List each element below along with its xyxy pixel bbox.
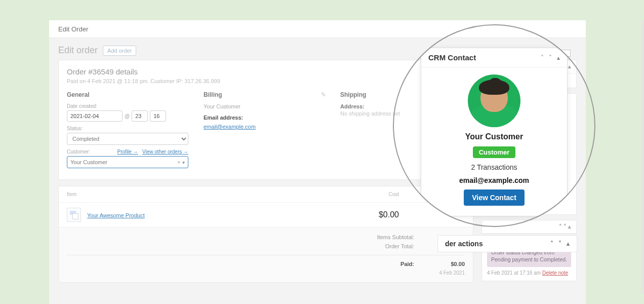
order-title: Order #36549 details: [67, 67, 465, 76]
customer-select-value: Your Customer: [70, 159, 107, 165]
chevron-up-icon[interactable]: ˄: [541, 54, 544, 61]
scrollbar[interactable]: [641, 20, 644, 294]
add-order-button[interactable]: Add order: [103, 46, 136, 56]
customer-select[interactable]: Your Customer ×▾: [67, 156, 188, 168]
col-cost: Cost: [364, 192, 399, 197]
product-thumbnail[interactable]: [67, 208, 81, 222]
edit-billing-icon[interactable]: ✎: [321, 91, 326, 98]
billing-email-link[interactable]: email@example.com: [204, 124, 256, 130]
chevron-down-icon[interactable]: ▾: [182, 160, 185, 165]
view-contact-button[interactable]: View Contact: [464, 189, 525, 206]
minute-input[interactable]: [150, 110, 166, 122]
chevron-down-icon[interactable]: ˅: [549, 54, 552, 61]
customer-label: Customer:: [67, 149, 90, 155]
delete-note-link[interactable]: Delete note: [542, 270, 568, 276]
general-heading: General: [67, 91, 191, 98]
col-item: Item: [67, 192, 364, 197]
note-timestamp: 4 Feb 2021 at 17:16 am: [487, 270, 541, 276]
at-symbol: @: [125, 113, 130, 119]
billing-name: Your Customer: [204, 103, 328, 109]
order-actions-title: der actions: [445, 240, 483, 248]
paid-label: Paid:: [364, 261, 414, 267]
status-label: Status:: [67, 126, 191, 131]
billing-email-label: Email address:: [204, 115, 328, 121]
status-select[interactable]: Completed: [67, 133, 188, 145]
collapse-icon[interactable]: ▴: [557, 54, 560, 61]
items-subtotal-label: Items Subtotal:: [364, 234, 414, 240]
date-input[interactable]: [67, 110, 123, 122]
view-other-orders-link[interactable]: View other orders →: [142, 149, 188, 155]
crm-contact-panel: CRM Contact ˄ ˅ ▴ Your Customer Customer…: [421, 48, 568, 216]
chevron-up-icon[interactable]: ˄: [550, 240, 553, 247]
hour-input[interactable]: [132, 110, 148, 122]
order-total-label: Order Total:: [364, 243, 414, 249]
order-actions-header[interactable]: der actions ˄ ˅ ▴: [437, 235, 577, 252]
table-row: Your Awesome Product $0.00: [59, 203, 473, 227]
chevron-down-icon[interactable]: ˅: [558, 240, 561, 247]
billing-heading: Billing: [204, 91, 328, 98]
crm-panel-title: CRM Contact: [428, 53, 476, 62]
date-created-label: Date created:: [67, 103, 191, 109]
clear-icon[interactable]: ×: [177, 160, 180, 165]
status-badge: Customer: [473, 146, 516, 158]
breadcrumb: Edit Order: [58, 25, 88, 33]
collapse-icon[interactable]: ▴: [567, 240, 570, 247]
profile-link[interactable]: Profile →: [117, 149, 138, 155]
paid-date: 4 Feb 2021: [434, 270, 465, 276]
section-billing: ✎ Billing Your Customer Email address: e…: [204, 91, 328, 168]
crm-customer-name: Your Customer: [465, 132, 523, 141]
section-general: General Date created: @ Status: Complete…: [67, 91, 191, 168]
row-cost: $0.00: [364, 210, 399, 219]
paid-amount: $0.00: [434, 261, 465, 267]
crm-transactions: 2 Transactions: [471, 163, 517, 171]
product-link[interactable]: Your Awesome Product: [87, 212, 145, 218]
order-items-panel: Item Cost Qty Total Your Awesome Product…: [58, 186, 473, 283]
avatar: [468, 74, 520, 127]
page-title: Edit order: [58, 45, 98, 56]
crm-email: email@example.com: [459, 176, 529, 184]
